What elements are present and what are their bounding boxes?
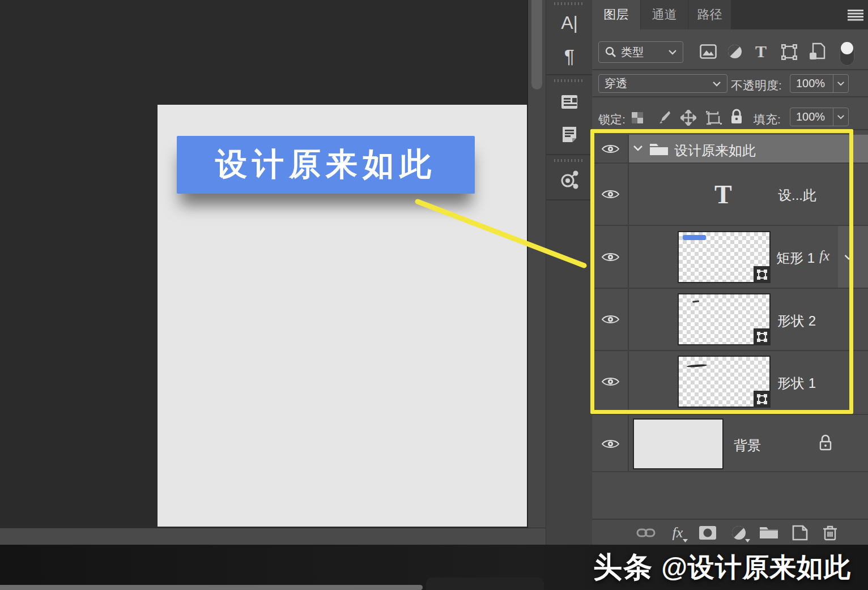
layer-name: 背景 bbox=[734, 437, 761, 455]
horizontal-scrollbar-thumb[interactable] bbox=[0, 585, 423, 590]
divider bbox=[833, 74, 833, 93]
paragraph-styles-icon[interactable] bbox=[546, 92, 593, 114]
type-filter-icon[interactable]: T bbox=[755, 42, 767, 61]
layer-thumbnail[interactable] bbox=[678, 231, 771, 283]
layer-row-text[interactable]: T 设...此 bbox=[592, 164, 868, 225]
chevron-down-icon bbox=[668, 49, 677, 55]
text-layer-thumbnail[interactable]: T bbox=[714, 179, 732, 210]
divider bbox=[592, 129, 868, 130]
eye-icon[interactable] bbox=[601, 188, 620, 203]
layer-row-shape1[interactable]: 形状 1 bbox=[592, 351, 868, 412]
watermark-brand: 头条 bbox=[593, 548, 653, 587]
dock-grip[interactable] bbox=[554, 79, 585, 82]
adjustment-filter-icon[interactable] bbox=[727, 44, 743, 62]
layer-row-rectangle[interactable]: 矩形 1 fx bbox=[592, 226, 868, 288]
shape-badge-icon bbox=[754, 328, 771, 345]
thumbnail-content bbox=[683, 235, 706, 240]
fill-value: 100% bbox=[796, 110, 825, 123]
banner-artwork: 设计原来如此 bbox=[177, 136, 475, 194]
lock-all-icon[interactable] bbox=[730, 109, 743, 127]
lock-paint-icon[interactable] bbox=[657, 110, 671, 127]
opacity-label: 不透明度: bbox=[731, 78, 782, 93]
fill-input[interactable]: 100% bbox=[790, 108, 849, 126]
fx-collapse-strip[interactable] bbox=[838, 226, 868, 288]
chevron-down-icon[interactable] bbox=[837, 81, 845, 86]
eye-icon[interactable] bbox=[601, 143, 620, 157]
new-group-icon[interactable] bbox=[758, 523, 780, 542]
character-styles-icon[interactable] bbox=[546, 125, 593, 146]
shape-filter-icon[interactable] bbox=[781, 44, 798, 63]
filter-kind-dropdown[interactable]: 类型 bbox=[598, 41, 683, 63]
eye-icon[interactable] bbox=[601, 438, 620, 452]
search-icon bbox=[605, 46, 617, 58]
dock-divider bbox=[546, 74, 593, 75]
lock-transparency-icon[interactable] bbox=[631, 111, 644, 127]
blend-mode-dropdown[interactable]: 穿透 bbox=[598, 74, 727, 93]
eye-icon[interactable] bbox=[601, 375, 620, 390]
eye-icon[interactable] bbox=[601, 313, 620, 328]
adjustment-icon[interactable] bbox=[727, 523, 750, 542]
canvas-area: 设计原来如此 bbox=[0, 0, 527, 528]
layer-name: 设...此 bbox=[778, 186, 816, 204]
window-corner bbox=[426, 578, 544, 590]
tab-channels[interactable]: 通道 bbox=[640, 0, 688, 29]
filter-kind-label: 类型 bbox=[621, 45, 644, 60]
mask-icon[interactable] bbox=[696, 523, 719, 542]
dock-divider bbox=[546, 199, 593, 200]
fx-icon[interactable]: fx bbox=[819, 248, 829, 264]
panel-menu-icon[interactable] bbox=[848, 10, 863, 23]
chevron-down-icon bbox=[683, 539, 688, 542]
lock-icon[interactable] bbox=[819, 434, 832, 454]
panel-tabbar: 图层 通道 路径 bbox=[592, 0, 868, 29]
filter-toggle-switch[interactable] bbox=[840, 41, 854, 66]
character-panel-icon[interactable]: A| bbox=[546, 12, 593, 33]
layer-thumbnail[interactable] bbox=[633, 418, 724, 469]
photoshop-window: 设计原来如此 A| ¶ 图层 通道 路径 bbox=[0, 0, 868, 590]
layer-thumbnail[interactable] bbox=[678, 293, 771, 345]
layer-row-shape2[interactable]: 形状 2 bbox=[592, 289, 868, 350]
lock-move-icon[interactable] bbox=[680, 110, 696, 128]
smart-object-filter-icon[interactable] bbox=[809, 42, 826, 63]
chevron-down-icon[interactable] bbox=[837, 114, 845, 119]
layer-thumbnail[interactable] bbox=[678, 356, 771, 408]
link-icon[interactable] bbox=[635, 523, 657, 542]
node-icon[interactable] bbox=[546, 169, 593, 194]
opacity-input[interactable]: 100% bbox=[790, 74, 849, 93]
layer-row-group[interactable]: 设计原来如此 bbox=[592, 135, 868, 163]
lock-artboard-icon[interactable] bbox=[705, 110, 722, 127]
folder-icon bbox=[649, 141, 669, 157]
thumbnail-content bbox=[687, 364, 707, 368]
chevron-down-icon[interactable] bbox=[633, 145, 643, 152]
dock-grip[interactable] bbox=[554, 2, 585, 5]
fx-icon[interactable]: fx bbox=[666, 523, 689, 542]
divider bbox=[592, 69, 868, 70]
banner-text: 设计原来如此 bbox=[215, 143, 436, 186]
layer-name: 形状 2 bbox=[777, 312, 816, 330]
tab-layers[interactable]: 图层 bbox=[592, 0, 640, 29]
watermark-handle: @设计原来如此 bbox=[661, 550, 851, 585]
new-layer-icon[interactable] bbox=[789, 523, 811, 542]
layer-name: 设计原来如此 bbox=[674, 142, 756, 160]
layer-row-background[interactable]: 背景 bbox=[592, 415, 868, 471]
shape-badge-icon bbox=[754, 266, 771, 283]
panel-bottom-bar: fx bbox=[592, 519, 868, 546]
tab-paths[interactable]: 路径 bbox=[688, 0, 731, 29]
trash-icon[interactable] bbox=[819, 523, 841, 542]
eye-icon[interactable] bbox=[601, 251, 620, 266]
dock-divider bbox=[546, 154, 593, 155]
pixel-layer-filter-icon[interactable] bbox=[700, 44, 717, 61]
shape-badge-icon bbox=[754, 391, 771, 408]
divider bbox=[833, 108, 833, 126]
canvas-scrollbar-track bbox=[527, 0, 547, 528]
chevron-down-icon[interactable] bbox=[844, 254, 854, 260]
layers-panel: 图层 通道 路径 类型 T 穿透 bbox=[592, 0, 868, 545]
thumbnail-content bbox=[692, 300, 699, 302]
chevron-down-icon bbox=[745, 539, 750, 542]
vertical-scrollbar-thumb[interactable] bbox=[531, 0, 542, 89]
paragraph-panel-icon[interactable]: ¶ bbox=[546, 45, 593, 67]
layer-name: 形状 1 bbox=[777, 374, 816, 392]
layer-name: 矩形 1 bbox=[776, 249, 815, 267]
dock-grip[interactable] bbox=[554, 159, 585, 162]
eye-column-divider bbox=[628, 135, 629, 471]
fill-label: 填充: bbox=[754, 112, 781, 127]
